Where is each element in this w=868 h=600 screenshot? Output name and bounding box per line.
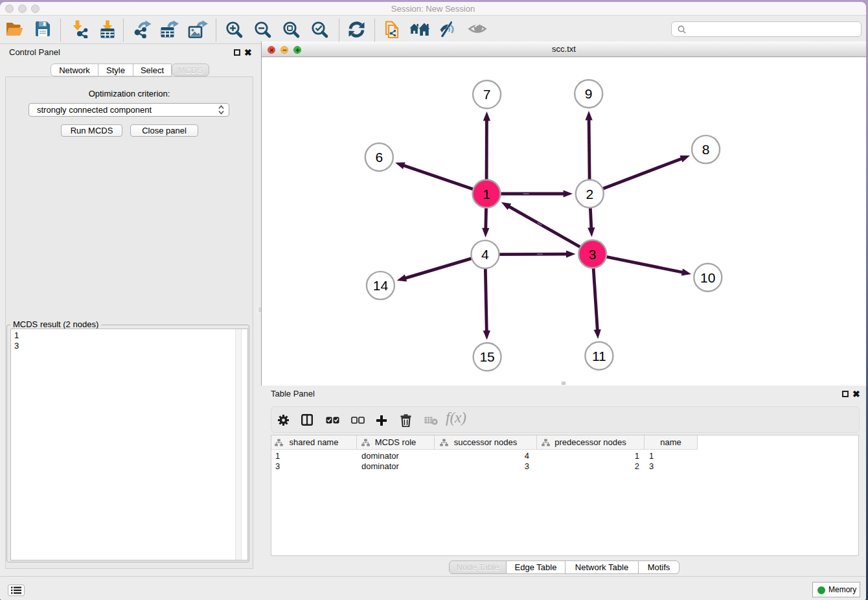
svg-text:15: 15 <box>479 349 494 364</box>
svg-text:7: 7 <box>483 87 491 102</box>
svg-text:14: 14 <box>373 278 389 293</box>
svg-text:3: 3 <box>589 247 597 262</box>
svg-text:10: 10 <box>700 270 715 285</box>
svg-text:6: 6 <box>375 150 383 165</box>
svg-text:11: 11 <box>592 349 606 363</box>
svg-text:2: 2 <box>586 187 593 202</box>
svg-text:8: 8 <box>702 142 710 157</box>
svg-text:1: 1 <box>483 187 490 202</box>
svg-text:9: 9 <box>585 86 593 101</box>
svg-text:4: 4 <box>481 247 489 262</box>
